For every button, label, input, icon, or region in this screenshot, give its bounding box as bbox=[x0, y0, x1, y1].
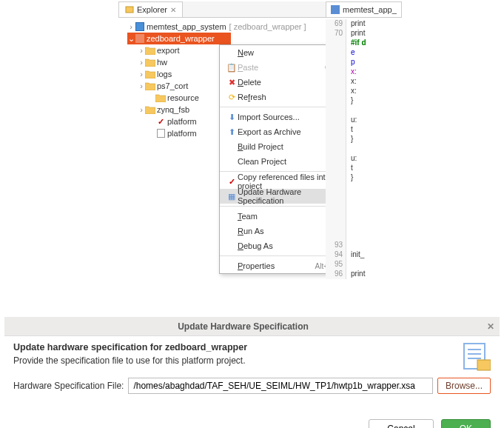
chevron-right-icon: › bbox=[138, 70, 145, 78]
browse-button[interactable]: Browse... bbox=[437, 378, 491, 394]
folder-icon bbox=[145, 70, 155, 78]
folder-icon bbox=[155, 93, 166, 102]
chevron-right-icon: › bbox=[138, 46, 145, 55]
tree-label: logs bbox=[157, 70, 172, 78]
code-editor[interactable]: 69print70print#if depx:x:x:} u:t} u:t} 9… bbox=[326, 19, 392, 279]
code-line: e bbox=[326, 48, 392, 58]
code-line: 94init_ bbox=[326, 250, 392, 260]
tree-suffix: [ zedboard_wrapper ] bbox=[229, 22, 306, 31]
explorer-tab[interactable]: Explorer ✕ bbox=[118, 1, 183, 17]
dialog-title: Update Hardware Specification bbox=[4, 321, 482, 332]
code-line: #if d bbox=[326, 39, 392, 48]
code-line bbox=[326, 231, 392, 241]
tree-label: export bbox=[157, 46, 180, 55]
chevron-right-icon: › bbox=[138, 58, 145, 67]
code-line: p bbox=[326, 58, 392, 67]
code-line bbox=[326, 183, 392, 193]
field-label: Hardware Specification File: bbox=[13, 381, 124, 391]
chevron-right-icon: › bbox=[127, 22, 135, 31]
code-line: 96print bbox=[326, 270, 392, 279]
doc-icon bbox=[155, 129, 166, 138]
folder-icon bbox=[145, 81, 155, 90]
code-line: } bbox=[326, 135, 392, 144]
delete-icon: ✖ bbox=[226, 78, 238, 87]
code-line: t bbox=[326, 125, 392, 135]
folder-icon bbox=[145, 105, 155, 114]
c-file-icon bbox=[331, 5, 340, 14]
svg-rect-1 bbox=[135, 34, 144, 43]
check-icon: ✓ bbox=[155, 117, 166, 126]
tree-root-memtest[interactable]: › memtest_app_system [ zedboard_wrapper … bbox=[127, 21, 312, 33]
code-line: 70print bbox=[326, 29, 392, 39]
cancel-button[interactable]: Cancel bbox=[369, 419, 433, 428]
code-line: x: bbox=[326, 87, 392, 96]
close-icon[interactable]: ✕ bbox=[482, 321, 500, 332]
code-line bbox=[326, 106, 392, 116]
dialog-buttons: Cancel OK bbox=[13, 419, 491, 428]
tree-label: hw bbox=[157, 58, 167, 67]
code-line: u: bbox=[326, 116, 392, 125]
import-icon: ⬇ bbox=[226, 113, 238, 122]
code-line: x: bbox=[326, 67, 392, 77]
code-line: 95 bbox=[326, 260, 392, 270]
code-line: } bbox=[326, 96, 392, 106]
ok-button[interactable]: OK bbox=[441, 419, 491, 428]
dialog-title-bar: Update Hardware Specification ✕ bbox=[4, 317, 500, 336]
code-line bbox=[326, 193, 392, 202]
svg-rect-6 bbox=[477, 360, 491, 370]
hardware-file-input[interactable] bbox=[128, 378, 433, 394]
folder-icon bbox=[145, 58, 155, 67]
folder-icon bbox=[145, 46, 155, 55]
code-line: x: bbox=[326, 77, 392, 87]
tree-label: platform bbox=[167, 117, 197, 126]
close-icon[interactable]: ✕ bbox=[170, 6, 176, 14]
project-icon bbox=[135, 22, 145, 31]
dialog-body: Update hardware specification for zedboa… bbox=[4, 336, 500, 428]
file-field-row: Hardware Specification File: Browse... bbox=[13, 378, 491, 394]
code-line bbox=[326, 202, 392, 212]
explorer-icon bbox=[125, 5, 134, 14]
tree-label: ps7_cort bbox=[157, 81, 188, 90]
update-hardware-dialog: Update Hardware Specification ✕ Update h… bbox=[4, 317, 500, 428]
paste-icon: 📋 bbox=[226, 63, 238, 73]
refresh-icon: ⟳ bbox=[226, 93, 238, 102]
check-icon: ✓ bbox=[226, 177, 238, 187]
tree-label: memtest_app_system bbox=[147, 22, 226, 31]
chevron-down-icon: ⌄ bbox=[127, 34, 135, 44]
spec-icon bbox=[460, 341, 491, 372]
tree-label: zynq_fsb bbox=[157, 105, 189, 114]
code-line bbox=[326, 221, 392, 231]
chevron-right-icon: › bbox=[138, 81, 145, 90]
export-icon: ⬆ bbox=[226, 127, 238, 137]
tree-label: resource bbox=[167, 93, 199, 102]
code-line: t bbox=[326, 164, 392, 173]
tree-root-zedboard[interactable]: ⌄ zedboard_wrapper bbox=[127, 33, 231, 44]
code-line bbox=[326, 144, 392, 154]
code-line: 69print bbox=[326, 19, 392, 29]
svg-rect-0 bbox=[126, 7, 133, 13]
code-line bbox=[326, 212, 392, 221]
chevron-right-icon: › bbox=[138, 105, 145, 114]
dialog-subtext: Provide the specification file to use fo… bbox=[13, 355, 491, 366]
platform-icon bbox=[135, 34, 145, 43]
code-line: u: bbox=[326, 154, 392, 164]
tree-label: zedboard_wrapper bbox=[147, 34, 215, 43]
hardware-icon: ▦ bbox=[226, 192, 238, 201]
code-line: } bbox=[326, 173, 392, 183]
explorer-tab-label: Explorer bbox=[137, 5, 167, 14]
tree-label: platform bbox=[167, 129, 197, 138]
dialog-heading: Update hardware specification for zedboa… bbox=[13, 342, 491, 352]
code-line: 93 bbox=[326, 241, 392, 250]
editor-tab-label: memtest_app_ bbox=[343, 5, 397, 14]
editor-tab[interactable]: memtest_app_ bbox=[326, 1, 402, 18]
